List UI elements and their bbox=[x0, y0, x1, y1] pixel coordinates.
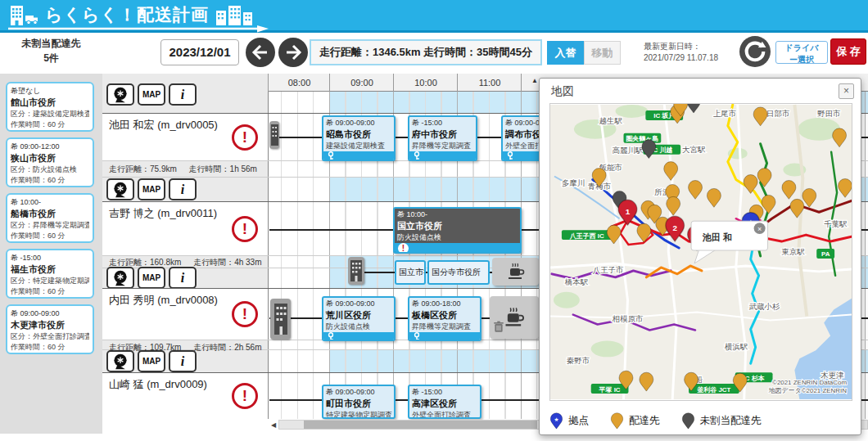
auto-plan-button[interactable] bbox=[106, 83, 134, 106]
task-card-conflict[interactable]: 希 10:00- 国立市役所 防火設備点検 bbox=[393, 207, 522, 254]
unassigned-count: 5件 bbox=[0, 51, 102, 65]
card-category: 区分：外壁全面打診調査 bbox=[11, 331, 89, 342]
refresh-button[interactable] bbox=[739, 36, 771, 67]
legend-label: 拠点 bbox=[568, 414, 589, 428]
legend-label: 配達先 bbox=[629, 414, 660, 428]
card-place: 船橋市役所 bbox=[11, 208, 89, 220]
card-worktime: 作業時間：60 分 bbox=[11, 119, 89, 130]
task-card[interactable]: 希 -15:00 高津区役所 外壁全面打診調査 bbox=[408, 385, 481, 419]
task-footer bbox=[323, 151, 394, 161]
unassigned-card[interactable]: 希 -15:00 福生市役所 区分：特定建築物定期調査 作業時間：60 分 bbox=[6, 249, 94, 299]
task-place: 昭島市役所 bbox=[323, 128, 394, 141]
info-button[interactable]: i bbox=[169, 350, 197, 372]
driver-select-button[interactable]: ドライバー選択 bbox=[775, 41, 828, 64]
coffee-icon bbox=[505, 262, 527, 281]
info-button[interactable]: i bbox=[169, 267, 197, 289]
key-icon bbox=[413, 151, 421, 161]
task-time: 希 09:00-09:00 bbox=[323, 386, 394, 398]
card-time: 希 09:00-12:00 bbox=[11, 142, 89, 152]
auto-plan-button[interactable] bbox=[106, 178, 134, 200]
task-footer bbox=[323, 332, 394, 341]
depot-icon bbox=[270, 299, 291, 340]
task-footer bbox=[409, 332, 480, 341]
info-button[interactable]: i bbox=[169, 178, 197, 200]
card-place: 狭山市役所 bbox=[11, 152, 89, 164]
break-card[interactable] bbox=[492, 258, 539, 286]
task-card[interactable]: 希 09:00-09:00 昭島市役所 建築設備定期検査 bbox=[322, 115, 396, 161]
building-icon bbox=[271, 124, 278, 146]
map-button[interactable]: MAP bbox=[138, 350, 165, 372]
legend-base: ★ 拠点 bbox=[549, 412, 589, 430]
prev-day-button[interactable] bbox=[246, 38, 275, 67]
task-category: 建築設備定期検査 bbox=[323, 141, 394, 151]
svg-text:×: × bbox=[757, 225, 762, 233]
task-card[interactable]: 希 -15:00 府中市役所 昇降機等定期調査 bbox=[408, 115, 477, 161]
move-mode-button[interactable]: 移動 bbox=[584, 41, 621, 65]
driver-row: 池田 和宏 (m_drv0005) bbox=[102, 113, 268, 160]
task-category: 昇降機等定期調査 bbox=[409, 322, 480, 332]
scroll-left-icon[interactable]: ◀ bbox=[269, 421, 278, 429]
task-card[interactable]: 希 09:00-18:00 板橋区役所 昇降機等定期調査 bbox=[408, 296, 481, 341]
app-window: らくらく！配送計画 未割当配 bbox=[0, 0, 868, 441]
alert-icon bbox=[232, 216, 258, 242]
swap-mode-button[interactable]: 入替 bbox=[547, 41, 584, 65]
svg-text:大宮駅: 大宮駅 bbox=[682, 145, 706, 154]
svg-text:橋本駅: 橋本駅 bbox=[564, 277, 589, 286]
last-updated-label: 最新更新日時： bbox=[644, 41, 718, 52]
task-time: 希 09:00-09:00 bbox=[323, 298, 394, 309]
driver-stats: 走行距離：75.9km 走行時間：1h 56m bbox=[109, 164, 267, 175]
task-card[interactable]: 希 09:00-09:00 荒川区役所 防火設備点検 bbox=[322, 296, 396, 341]
card-category: 区分：建築設備定期検査 bbox=[11, 109, 89, 119]
scroll-up-icon[interactable]: ▲ bbox=[531, 77, 538, 84]
svg-text:野田市: 野田市 bbox=[817, 109, 841, 118]
driver-row: 吉野 博之 (m_drv0011) bbox=[102, 201, 268, 255]
hour-label: 09:00 bbox=[329, 74, 394, 92]
svg-text:PA: PA bbox=[821, 250, 830, 258]
stop-card[interactable]: 国分寺市役所 bbox=[427, 260, 490, 285]
trash-icon bbox=[493, 321, 504, 333]
task-card[interactable]: 希 09:00-09:00 町田市役所 特定建築物定期調査 bbox=[322, 385, 396, 419]
hour-label: 08:00 bbox=[268, 74, 330, 92]
task-footer bbox=[409, 151, 476, 161]
task-category: 昇降機等定期調査 bbox=[409, 141, 476, 151]
svg-text:八王子西 IC: 八王子西 IC bbox=[569, 232, 604, 240]
delete-icon[interactable] bbox=[493, 321, 504, 336]
info-button[interactable]: i bbox=[169, 83, 197, 106]
save-button[interactable]: 保 存 bbox=[830, 38, 866, 65]
buildings-icon bbox=[215, 4, 255, 25]
unassigned-label: 未割当配達先 bbox=[0, 36, 102, 51]
map-legend: ★ 拠点 配達先 未割当配達先 bbox=[549, 412, 762, 430]
svg-text:相模原市: 相模原市 bbox=[613, 314, 644, 323]
svg-text:★: ★ bbox=[554, 416, 558, 422]
driver-row: 内田 秀明 (m_drv0008) bbox=[102, 288, 268, 340]
map-canvas[interactable]: 越生駅高麗川駅飯能市青梅市所沢市上尾市春日部市野田市多摩川大宮駅東京駅千葉駅武蔵… bbox=[549, 103, 852, 401]
driver-toolbar: MAP i bbox=[106, 267, 197, 289]
map-button[interactable]: MAP bbox=[138, 267, 165, 289]
task-footer bbox=[395, 243, 520, 254]
svg-text:八王子市: 八王子市 bbox=[593, 265, 624, 274]
map-button[interactable]: MAP bbox=[138, 178, 165, 200]
card-time: 希 -15:00 bbox=[11, 253, 89, 263]
scrollbar-thumb[interactable] bbox=[304, 421, 537, 429]
unassigned-card[interactable]: 希望なし 館山市役所 区分：建築設備定期検査 作業時間：60 分 bbox=[6, 82, 94, 132]
arrow-right-icon bbox=[278, 38, 308, 67]
close-icon[interactable]: × bbox=[839, 83, 854, 99]
driver-name: 内田 秀明 (m_drv0008) bbox=[109, 293, 218, 308]
task-place: 高津区役所 bbox=[409, 398, 480, 410]
unassigned-card[interactable]: 希 09:00-12:00 狭山市役所 区分：防火設備点検 作業時間：60 分 bbox=[6, 137, 94, 187]
svg-text:2: 2 bbox=[672, 223, 677, 232]
svg-text:高麗川駅: 高麗川駅 bbox=[613, 146, 644, 155]
unassigned-card[interactable]: 希 09:00-09:00 木更津市役所 区分：外壁全面打診調査 作業時間：60… bbox=[6, 304, 94, 354]
next-day-button[interactable] bbox=[278, 38, 308, 67]
stop-card[interactable]: 国立市役所 bbox=[395, 260, 426, 285]
auto-plan-button[interactable] bbox=[106, 267, 134, 289]
date-field[interactable]: 2023/12/01 bbox=[160, 39, 239, 65]
unassigned-pin-icon bbox=[681, 412, 695, 430]
break-card[interactable] bbox=[490, 296, 539, 339]
unassigned-card[interactable]: 希 10:00- 船橋市役所 区分：昇降機等定期調査 作業時間：60 分 bbox=[6, 193, 94, 243]
head-gear-icon bbox=[111, 269, 129, 287]
auto-plan-button[interactable] bbox=[106, 350, 134, 372]
card-category: 区分：昇降機等定期調査 bbox=[11, 220, 89, 231]
hour-label: 10:00 bbox=[393, 74, 458, 92]
map-button[interactable]: MAP bbox=[138, 83, 165, 106]
